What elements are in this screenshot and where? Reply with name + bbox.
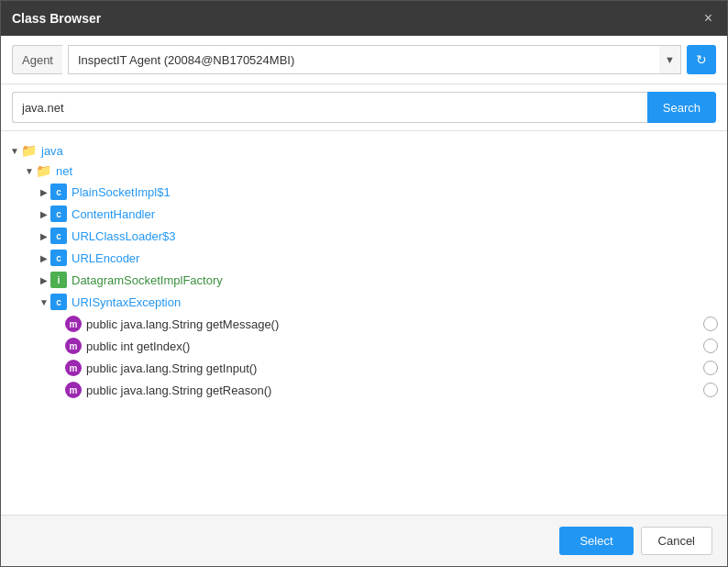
toggle-datagramsocketimplfactory[interactable]: ▶ — [38, 275, 50, 285]
tree-label-urlencoder: URLEncoder — [72, 251, 139, 265]
tree-node-getmessage[interactable]: m public java.lang.String getMessage() — [1, 313, 727, 335]
toggle-net[interactable]: ▼ — [23, 166, 36, 176]
radio-input-getindex[interactable] — [703, 339, 718, 353]
tree-label-urisyntaxexception: URISyntaxException — [72, 295, 181, 309]
tree-node-plainsocketimpl[interactable]: ▶ c PlainSocketImpl$1 — [1, 181, 727, 203]
refresh-icon: ↻ — [696, 52, 707, 67]
tree-node-getreason[interactable]: m public java.lang.String getReason() — [1, 379, 727, 401]
search-bar: Search — [1, 84, 727, 131]
radio-getmessage — [701, 317, 720, 331]
toggle-urlclassloader[interactable]: ▶ — [38, 231, 50, 241]
tree-node-urisyntaxexception[interactable]: ▼ c URISyntaxException — [1, 291, 727, 313]
tree-label-java: java — [41, 144, 63, 158]
cancel-button[interactable]: Cancel — [641, 527, 712, 555]
title-bar: Class Browser × — [1, 1, 727, 36]
radio-getindex — [701, 339, 720, 353]
tree-label-getreason: public java.lang.String getReason() — [86, 384, 271, 397]
method-icon-getinput: m — [65, 360, 82, 376]
radio-input-getinput[interactable] — [703, 361, 718, 375]
class-icon-plainsocketimpl: c — [50, 183, 67, 200]
class-icon-urlclassloader: c — [50, 228, 67, 244]
tree-content: ▼ 📁 java ▼ 📁 net ▶ c PlainSocketImpl$1 ▶… — [1, 131, 727, 515]
agent-toolbar: Agent InspectIT Agent (20084@NB170524MBI… — [1, 36, 727, 84]
dialog-title: Class Browser — [12, 11, 101, 26]
method-icon-getmessage: m — [65, 316, 82, 332]
tree-area: ▼ 📁 java ▼ 📁 net ▶ c PlainSocketImpl$1 ▶… — [1, 131, 727, 515]
interface-icon-datagramsocketimplfactory: i — [50, 272, 67, 288]
radio-getinput — [701, 361, 720, 375]
tree-node-urlclassloader[interactable]: ▶ c URLClassLoader$3 — [1, 225, 727, 247]
search-input[interactable] — [12, 92, 647, 123]
tree-node-java[interactable]: ▼ 📁 java — [1, 140, 727, 161]
method-icon-getreason: m — [65, 382, 82, 398]
tree-node-getinput[interactable]: m public java.lang.String getInput() — [1, 357, 727, 379]
tree-label-datagramsocketimplfactory: DatagramSocketImplFactory — [72, 273, 223, 287]
agent-label: Agent — [12, 45, 62, 74]
radio-input-getreason[interactable] — [703, 383, 718, 397]
folder-icon-java: 📁 — [21, 143, 37, 158]
toggle-contenthandler[interactable]: ▶ — [38, 209, 50, 219]
tree-label-contenthandler: ContentHandler — [72, 207, 155, 221]
dialog-footer: Select Cancel — [1, 515, 727, 566]
search-button[interactable]: Search — [647, 92, 716, 123]
agent-select-wrapper: InspectIT Agent (20084@NB170524MBI) ▼ — [68, 45, 681, 74]
tree-label-net: net — [56, 164, 72, 178]
folder-icon-net: 📁 — [36, 163, 51, 178]
toggle-urisyntaxexception[interactable]: ▼ — [38, 297, 50, 307]
radio-getreason — [701, 383, 720, 397]
method-icon-getindex: m — [65, 338, 82, 354]
tree-label-urlclassloader: URLClassLoader$3 — [72, 229, 175, 243]
class-icon-urlencoder: c — [50, 250, 67, 266]
tree-node-contenthandler[interactable]: ▶ c ContentHandler — [1, 203, 727, 225]
tree-node-net[interactable]: ▼ 📁 net — [1, 161, 727, 181]
agent-select[interactable]: InspectIT Agent (20084@NB170524MBI) — [68, 45, 659, 74]
tree-label-getindex: public int getIndex() — [86, 339, 190, 353]
tree-label-getinput: public java.lang.String getInput() — [86, 361, 257, 375]
tree-node-getindex[interactable]: m public int getIndex() — [1, 335, 727, 357]
close-button[interactable]: × — [700, 9, 716, 28]
tree-label-plainsocketimpl: PlainSocketImpl$1 — [72, 185, 171, 199]
agent-dropdown-icon[interactable]: ▼ — [659, 45, 681, 74]
toggle-java[interactable]: ▼ — [8, 146, 21, 156]
class-icon-urisyntaxexception: c — [50, 294, 67, 310]
radio-input-getmessage[interactable] — [703, 317, 718, 331]
tree-label-getmessage: public java.lang.String getMessage() — [86, 317, 279, 331]
class-browser-dialog: Class Browser × Agent InspectIT Agent (2… — [0, 0, 728, 567]
tree-node-urlencoder[interactable]: ▶ c URLEncoder — [1, 247, 727, 269]
class-icon-contenthandler: c — [50, 206, 67, 222]
tree-node-datagramsocketimplfactory[interactable]: ▶ i DatagramSocketImplFactory — [1, 269, 727, 291]
select-button[interactable]: Select — [559, 527, 633, 555]
toggle-urlencoder[interactable]: ▶ — [38, 253, 50, 263]
refresh-button[interactable]: ↻ — [687, 45, 716, 74]
toggle-plainsocketimpl[interactable]: ▶ — [38, 187, 50, 197]
